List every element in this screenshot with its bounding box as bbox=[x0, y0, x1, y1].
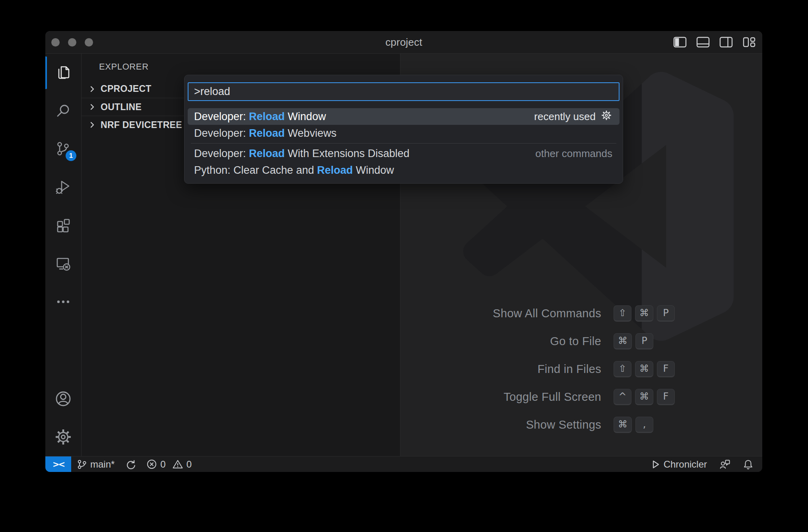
command-palette: Developer: Reload Window recently used bbox=[184, 75, 623, 184]
match-highlight: Reload bbox=[317, 164, 353, 176]
task-label: Chronicler bbox=[664, 459, 707, 470]
shortcut-label: Show Settings bbox=[462, 418, 601, 431]
shortcut-keys: ⇧ ⌘ P bbox=[614, 305, 701, 322]
status-bar-right: Chronicler bbox=[651, 456, 762, 472]
command-text: Developer: Reload Window bbox=[194, 111, 326, 123]
command-text: Developer: Reload Webviews bbox=[194, 127, 336, 140]
activity-item-source-control[interactable]: 1 bbox=[45, 130, 81, 168]
watermark-shortcuts: Show All Commands ⇧ ⌘ P Go to File ⌘ P bbox=[400, 299, 762, 439]
palette-item-reload-window[interactable]: Developer: Reload Window recently used bbox=[188, 108, 620, 125]
command-keycap: ⌘ bbox=[614, 333, 632, 349]
letter-keycap: F bbox=[657, 361, 675, 377]
command-keycap: ⌘ bbox=[635, 389, 653, 405]
letter-keycap: P bbox=[635, 333, 653, 349]
shortcut-label: Toggle Full Screen bbox=[462, 390, 601, 404]
activity-bar-spacer bbox=[45, 321, 81, 380]
sync-icon bbox=[125, 459, 136, 470]
activity-item-remote-explorer[interactable] bbox=[45, 245, 81, 283]
item-meta: recently used bbox=[534, 109, 612, 124]
shortcut-keys: ^ ⌘ F bbox=[614, 389, 701, 405]
git-branch-item[interactable]: main* bbox=[77, 459, 115, 470]
toggle-secondary-sidebar-icon[interactable] bbox=[719, 36, 733, 48]
palette-group-separator bbox=[191, 143, 616, 144]
section-label: CPROJECT bbox=[101, 83, 152, 94]
notifications-button[interactable] bbox=[743, 459, 754, 470]
command-text: Developer: Reload With Extensions Disabl… bbox=[194, 148, 410, 160]
branch-name: main* bbox=[90, 459, 115, 470]
control-keycap: ^ bbox=[614, 389, 631, 405]
minimize-window-button[interactable] bbox=[68, 38, 76, 47]
scm-changes-badge: 1 bbox=[66, 150, 76, 161]
shortcut-toggle-full-screen: Toggle Full Screen ^ ⌘ F bbox=[462, 383, 701, 411]
activity-item-more-views[interactable] bbox=[45, 283, 81, 321]
shortcut-label: Go to File bbox=[462, 335, 601, 348]
section-label: NRF DEVICETREE bbox=[101, 120, 182, 130]
remote-icon: >< bbox=[52, 460, 64, 469]
vscode-window: cproject bbox=[45, 31, 762, 472]
feedback-button[interactable] bbox=[719, 459, 731, 470]
activity-item-run-debug[interactable] bbox=[45, 168, 81, 206]
command-keycap: ⌘ bbox=[614, 417, 632, 433]
shortcut-keys: ⇧ ⌘ F bbox=[614, 361, 701, 377]
workbench: 1 bbox=[45, 54, 762, 456]
search-icon bbox=[54, 102, 72, 120]
toggle-panel-icon[interactable] bbox=[696, 36, 710, 48]
remote-indicator[interactable]: >< bbox=[45, 456, 71, 472]
extensions-icon bbox=[54, 216, 72, 235]
palette-item-reload-extensions-disabled[interactable]: Developer: Reload With Extensions Disabl… bbox=[188, 145, 620, 162]
zoom-window-button[interactable] bbox=[85, 38, 93, 47]
shortcut-label: Show All Commands bbox=[462, 307, 601, 320]
close-window-button[interactable] bbox=[51, 38, 60, 47]
match-highlight: Reload bbox=[249, 148, 285, 159]
activity-bar: 1 bbox=[45, 54, 82, 456]
title-bar: cproject bbox=[45, 31, 762, 54]
shortcut-show-settings: Show Settings ⌘ , bbox=[462, 411, 701, 439]
shift-keycap: ⇧ bbox=[614, 361, 631, 377]
feedback-person-icon bbox=[719, 459, 731, 470]
shift-keycap: ⇧ bbox=[614, 305, 631, 322]
toggle-primary-sidebar-icon[interactable] bbox=[673, 36, 687, 48]
activity-item-accounts[interactable] bbox=[45, 380, 81, 418]
source-control-icon: 1 bbox=[54, 140, 72, 158]
customize-layout-icon[interactable] bbox=[742, 36, 756, 48]
letter-keycap: F bbox=[657, 389, 675, 405]
run-and-debug-icon bbox=[54, 178, 72, 196]
configure-keybinding-gear-icon[interactable] bbox=[600, 109, 612, 124]
command-palette-input[interactable] bbox=[188, 82, 620, 101]
activity-item-search[interactable] bbox=[45, 92, 81, 130]
command-palette-results: Developer: Reload Window recently used bbox=[188, 108, 620, 179]
shortcut-label: Find in Files bbox=[462, 363, 601, 376]
layout-controls bbox=[673, 31, 756, 53]
activity-item-explorer[interactable] bbox=[45, 54, 81, 92]
explorer-files-icon bbox=[54, 64, 72, 82]
settings-gear-icon bbox=[54, 428, 72, 446]
chevron-right-icon bbox=[88, 85, 96, 93]
shortcut-show-all-commands: Show All Commands ⇧ ⌘ P bbox=[462, 299, 701, 327]
status-bar: >< main* 0 0 C bbox=[45, 456, 762, 472]
section-label: OUTLINE bbox=[101, 102, 142, 113]
activity-item-extensions[interactable] bbox=[45, 206, 81, 245]
shortcut-keys: ⌘ , bbox=[614, 417, 701, 433]
accounts-icon bbox=[54, 390, 72, 408]
item-meta: other commands bbox=[535, 148, 612, 160]
palette-item-python-clear-cache-reload[interactable]: Python: Clear Cache and Reload Window bbox=[188, 162, 620, 179]
command-keycap: ⌘ bbox=[635, 361, 653, 377]
shortcut-go-to-file: Go to File ⌘ P bbox=[462, 327, 701, 355]
problems-item[interactable]: 0 0 bbox=[146, 459, 192, 470]
comma-keycap: , bbox=[635, 417, 653, 433]
window-title: cproject bbox=[385, 36, 422, 49]
bell-icon bbox=[743, 459, 754, 470]
more-views-icon bbox=[54, 293, 72, 311]
palette-item-reload-webviews[interactable]: Developer: Reload Webviews bbox=[188, 125, 620, 142]
activity-item-settings[interactable] bbox=[45, 418, 81, 456]
chronicler-task-item[interactable]: Chronicler bbox=[651, 459, 707, 470]
letter-keycap: P bbox=[657, 305, 675, 322]
command-text: Python: Clear Cache and Reload Window bbox=[194, 164, 394, 177]
play-icon bbox=[651, 459, 660, 470]
error-count: 0 bbox=[160, 459, 165, 470]
shortcut-find-in-files: Find in Files ⇧ ⌘ F bbox=[462, 355, 701, 383]
command-keycap: ⌘ bbox=[635, 305, 653, 322]
window-controls bbox=[51, 31, 93, 53]
shortcut-keys: ⌘ P bbox=[614, 333, 701, 349]
sync-changes-button[interactable] bbox=[125, 459, 136, 470]
